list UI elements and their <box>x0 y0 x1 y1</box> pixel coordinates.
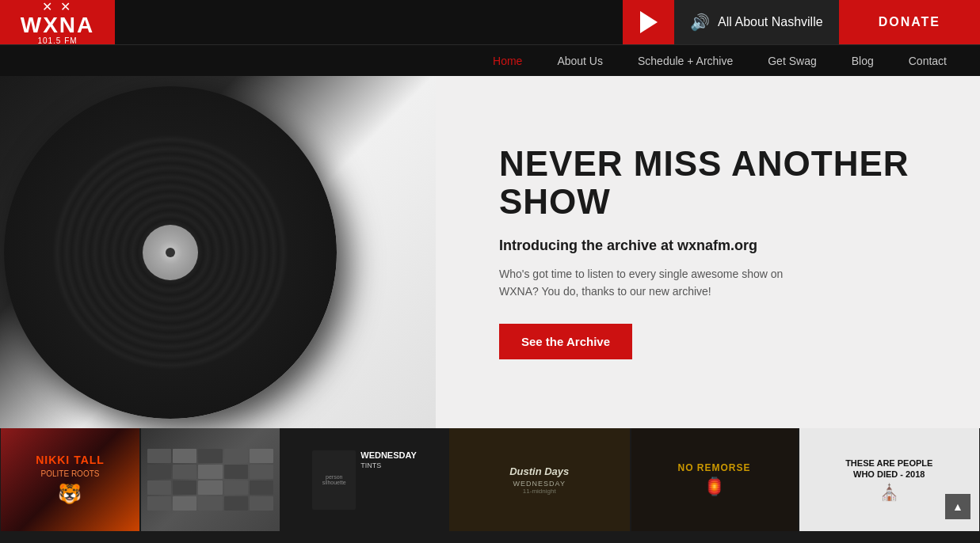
hero-title: NEVER MISS ANOTHER SHOW <box>499 145 932 222</box>
play-icon <box>640 11 658 33</box>
album-item-5[interactable]: NO REMORSE 🏮 <box>631 428 798 531</box>
vinyl-side <box>0 76 436 428</box>
scroll-up-button[interactable]: ▲ <box>945 494 970 519</box>
now-playing-area: 🔊 All About Nashville <box>674 0 839 44</box>
nav-item-home[interactable]: Home <box>475 45 540 77</box>
hero-section: NEVER MISS ANOTHER SHOW Introducing the … <box>0 76 980 428</box>
hero-subtitle: Introducing the archive at wxnafm.org <box>499 237 932 254</box>
hero-description: Who's got time to listen to every single… <box>499 265 800 301</box>
vinyl-center-hole <box>166 248 175 257</box>
album-placeholder-2 <box>141 428 280 531</box>
album-item-3[interactable]: person silhouette Wednesday TINTS <box>281 428 448 531</box>
donate-button[interactable]: DONATE <box>879 15 940 29</box>
station-frequency: 101.5 FM <box>37 36 77 45</box>
hero-content: NEVER MISS ANOTHER SHOW Introducing the … <box>436 76 980 428</box>
album-item-1[interactable]: Nikki Tall Polite Roots 🐯 <box>1 428 139 531</box>
volume-icon: 🔊 <box>690 13 710 32</box>
vinyl-record <box>4 86 337 419</box>
site-header: ✕ ✕ WXNA 101.5 FM 🔊 All About Nashville … <box>0 0 980 44</box>
chevron-up-icon: ▲ <box>952 500 963 513</box>
see-archive-button[interactable]: See the Archive <box>499 324 632 359</box>
now-playing-text: All About Nashville <box>718 15 823 29</box>
nav-item-schedule[interactable]: Schedule + Archive <box>620 45 750 77</box>
station-name: WXNA <box>21 14 95 36</box>
header-spacer <box>115 0 623 44</box>
nav-item-swag[interactable]: Get Swag <box>750 45 833 77</box>
player-button[interactable] <box>623 0 674 44</box>
album-placeholder-5: NO REMORSE 🏮 <box>631 428 798 531</box>
album-item-2[interactable] <box>141 428 280 531</box>
nav-items: Home About Us Schedule + Archive Get Swa… <box>475 45 964 77</box>
album-placeholder-4: Dustin Days Wednesday 11-midnight <box>449 428 630 531</box>
nav-item-blog[interactable]: Blog <box>834 45 891 77</box>
donate-area[interactable]: DONATE <box>839 0 980 44</box>
image-strip: Nikki Tall Polite Roots 🐯 <box>0 428 980 531</box>
album-item-4[interactable]: Dustin Days Wednesday 11-midnight <box>449 428 630 531</box>
album-placeholder-3: person silhouette Wednesday TINTS <box>281 428 448 531</box>
album-placeholder-1: Nikki Tall Polite Roots 🐯 <box>1 428 139 531</box>
navigation-bar: Home About Us Schedule + Archive Get Swa… <box>0 44 980 76</box>
nav-item-about[interactable]: About Us <box>540 45 620 77</box>
nav-item-contact[interactable]: Contact <box>891 45 964 77</box>
logo-area[interactable]: ✕ ✕ WXNA 101.5 FM <box>0 0 115 44</box>
